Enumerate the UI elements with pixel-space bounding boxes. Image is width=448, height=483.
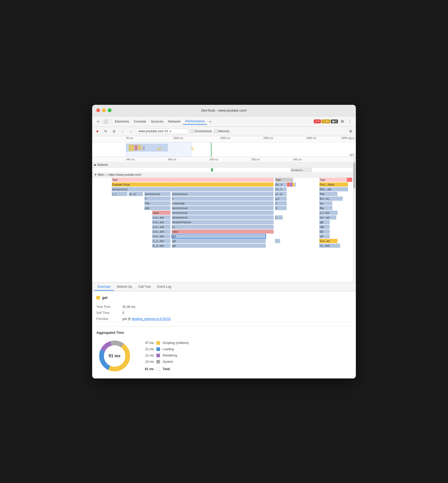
summary-function-name: get — [102, 296, 108, 300]
scripting-label: Scripting (children) — [163, 341, 189, 345]
svg-rect-96 — [172, 225, 274, 229]
rendering-label: Rendering — [163, 354, 177, 357]
flame-row-14[interactable]: a._e...ties get Eve...ed — [92, 239, 356, 243]
tab-event-log[interactable]: Event Log — [154, 283, 174, 291]
timeline-chart: NET — [92, 142, 356, 157]
url-input[interactable]: www.youtube.com #1 ▼ — [136, 129, 188, 134]
fg-mark-1: 446 ms — [126, 158, 135, 161]
svg-rect-10 — [211, 168, 213, 171]
svg-text:g.S: g.S — [275, 197, 279, 200]
import-button[interactable]: ↓ — [128, 128, 134, 134]
svg-text:f.fi...vent: f.fi...vent — [320, 244, 330, 247]
tab-summary[interactable]: Summary — [94, 283, 114, 291]
export-button[interactable]: ↑ — [119, 128, 126, 134]
svg-text:Task: Task — [112, 179, 118, 181]
legend-system: 12 ms System — [143, 360, 189, 364]
legend: 47 ms Scripting (children) 21 ms Loading… — [143, 341, 189, 371]
svg-text:e.J...led: e.J...led — [320, 211, 329, 214]
flame-row-9[interactable]: x.co...ack (anonymous) j... (an...us) — [92, 215, 356, 220]
timeline-overview[interactable]: 96 ms 1996 ms 2996 ms 3996 ms 4996 ms 59… — [92, 136, 356, 157]
flame-row-6[interactable]: Phb a.decorate V xla — [92, 201, 356, 206]
svg-text:An...d: An...d — [275, 183, 282, 186]
info-icon: ▣ — [332, 120, 335, 123]
flame-row-4[interactable]: (...) (a...s) (anonymous) (anonymous) (a… — [92, 192, 356, 196]
total-row-ms: 91 ms — [143, 367, 154, 371]
svg-text:e.co...ack: e.co...ack — [153, 235, 164, 238]
tab-console[interactable]: Console — [132, 118, 148, 124]
flame-row-11[interactable]: a.co...ack cy mjb — [92, 225, 356, 229]
fg-mark-2: 496 ms — [168, 158, 176, 161]
self-time-label: Self Time — [96, 310, 122, 316]
svg-text:kjb: kjb — [320, 230, 323, 233]
tab-more[interactable]: » — [207, 118, 213, 124]
svg-text:(anonymous): (anonymous) — [145, 193, 160, 196]
tab-network[interactable]: Network — [166, 118, 183, 124]
svg-text:Bla: Bla — [320, 207, 324, 210]
function-value: get @ desktop_polymer.js:4718:63 — [122, 316, 352, 322]
svg-text:x.co...ack: x.co...ack — [153, 216, 164, 219]
device-icon[interactable]: ⬜ — [102, 118, 109, 125]
network-section[interactable]: ▶ Network — [92, 162, 356, 168]
scrollbar-thumb[interactable] — [353, 162, 355, 188]
flame-row-7[interactable]: phb (anonymous) S Bla — [92, 206, 356, 210]
screenshots-checkbox[interactable] — [190, 130, 193, 133]
record-button[interactable]: ● — [94, 128, 101, 134]
memory-checkbox[interactable] — [214, 130, 217, 133]
close-button[interactable] — [96, 108, 100, 112]
svg-rect-27 — [290, 182, 292, 187]
flamegraph-container[interactable]: 446 ms 496 ms 546 ms 596 ms 646 ms ▶ Net… — [92, 157, 356, 283]
svg-text:window.Polymer: window.Polymer — [172, 221, 191, 224]
flame-row-15[interactable]: b._e...ties get f.fi...vent — [92, 243, 356, 248]
tab-elements[interactable]: Elements — [113, 118, 131, 124]
svg-text:v: v — [172, 197, 174, 200]
flame-row-evaluate-script[interactable]: Evaluate Script An...d Fire l...llback — [92, 182, 356, 187]
svg-text:b._e...ties: b._e...ties — [153, 244, 164, 247]
more-icon[interactable]: ⋮ — [346, 118, 354, 125]
network-expand-icon[interactable]: ▶ — [94, 163, 96, 166]
settings-icon[interactable]: ⚙ — [339, 118, 346, 125]
perf-settings-icon[interactable]: ⚙ — [347, 128, 354, 134]
flamegraph-ruler: 446 ms 496 ms 546 ms 596 ms 646 ms — [92, 157, 356, 162]
flame-row-8[interactable]: value (anonymous) e.J...led — [92, 210, 356, 215]
flame-row-5[interactable]: V v g.S $i.e...ks_ — [92, 196, 356, 201]
flame-row-get[interactable]: e.co...ack get yib — [92, 234, 356, 239]
refresh-button[interactable]: ↻ — [103, 128, 109, 134]
inspect-icon[interactable]: ⊹ — [94, 118, 102, 125]
maximize-button[interactable] — [108, 108, 111, 112]
main-toolbar: ⊹ ⬜ Elements Console Sources Network Per… — [92, 116, 356, 127]
svg-rect-28 — [293, 182, 294, 187]
minimize-button[interactable] — [102, 108, 106, 112]
title-bar: DevTools - www.youtube.com/ — [92, 105, 356, 116]
donut-center-label: 91 ms — [109, 354, 120, 358]
svg-rect-102 — [172, 229, 274, 234]
screenshots-option[interactable]: Screenshots — [190, 129, 212, 133]
agg-content: 91 ms 47 ms Scripting (children) 21 ms L… — [96, 338, 352, 374]
svg-text:S: S — [275, 207, 277, 210]
legend-scripting: 47 ms Scripting (children) — [143, 341, 189, 345]
tab-sources[interactable]: Sources — [149, 118, 166, 124]
summary-title: get — [96, 296, 352, 300]
svg-text:d.co...ack: d.co...ack — [153, 221, 164, 224]
svg-rect-60 — [172, 201, 274, 205]
tab-performance[interactable]: Performance — [183, 118, 207, 125]
flame-row-10[interactable]: d.co...ack window.Polymer qjb — [92, 220, 356, 225]
main-section[interactable]: ▼ Main — https://www.youtube.com/ — [92, 172, 356, 177]
clear-button[interactable]: ⊘ — [111, 128, 117, 134]
tab-call-tree[interactable]: Call Tree — [135, 283, 154, 291]
memory-option[interactable]: Memory — [214, 129, 229, 133]
svg-text:Task: Task — [275, 179, 281, 181]
system-ms: 12 ms — [143, 360, 154, 364]
scrollbar-track[interactable] — [353, 157, 356, 282]
svg-text:cy: cy — [172, 226, 175, 228]
net-label: NET — [350, 154, 355, 157]
ruler-mark-6: 5996 m — [341, 137, 350, 140]
flame-row-anonymous[interactable]: (anonymous) Fu...ll Run ...sks — [92, 187, 356, 192]
svg-text:Rka: Rka — [320, 193, 325, 196]
flame-row-task[interactable]: Task Task Task — [92, 177, 356, 182]
tab-bottom-up[interactable]: Bottom-Up — [114, 283, 135, 291]
function-link[interactable]: desktop_polymer.js:4718:63 — [132, 317, 171, 321]
flame-row-12[interactable]: a.co...ack value kjb — [92, 229, 356, 234]
svg-text:(anonymous): (anonymous) — [172, 216, 187, 219]
svg-rect-52 — [172, 197, 274, 201]
main-expand-icon[interactable]: ▼ — [94, 173, 97, 176]
